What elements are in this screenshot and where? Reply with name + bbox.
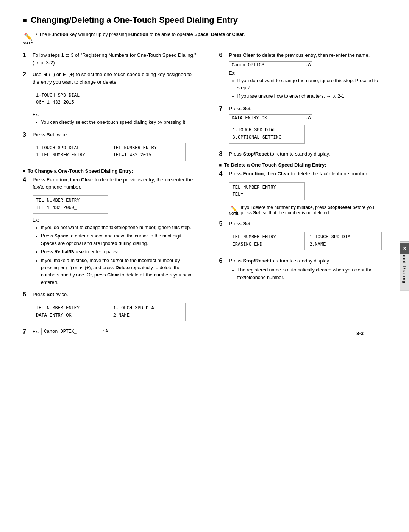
step-6-bullets: If you do not want to change the name, i… bbox=[229, 77, 386, 100]
step-7-ex: 7 Ex: Canon OPTIX_ : A bbox=[23, 328, 198, 335]
step-5-text: Press Set twice. bbox=[33, 291, 68, 298]
step-3: 3 Press Set twice. 1-TOUCH SPD DIAL 1.TE… bbox=[23, 131, 198, 164]
step-7-lcd2: 1-TOUCH SPD DIAL 3.OPTIONAL SETTING bbox=[229, 125, 305, 143]
step-2-bullets: You can directly select the one-touch sp… bbox=[33, 119, 198, 126]
step-6-lcd: Canon OPTICS bbox=[229, 61, 312, 69]
subheading-delete: To Delete a One-Touch Speed Dialing Entr… bbox=[219, 162, 386, 168]
bullet-item: Press Space to enter a space and move th… bbox=[41, 232, 198, 247]
step-2-num: 2 bbox=[23, 71, 30, 78]
step-2: 2 Use ◄ (–) or ► (+) to select the one-t… bbox=[23, 71, 198, 126]
ex-label: Ex: bbox=[229, 70, 236, 76]
step-6d-num: 6 bbox=[219, 257, 227, 264]
step-7-lcd1-label: : A bbox=[306, 115, 311, 120]
note-label: NOTE bbox=[23, 41, 33, 45]
step-5-delete: 5 Press Set. TEL NUMBER ENTRY ERASING EN… bbox=[219, 220, 386, 253]
step-7-lcd1-text: DATA ENTRY OK bbox=[232, 115, 267, 121]
note-text: • The Function key will light up by pres… bbox=[36, 32, 245, 37]
page-number: 3-3 bbox=[356, 331, 364, 336]
step-6-delete: 6 Press Stop/Reset to return to standby … bbox=[219, 257, 386, 281]
step-6d-text: Press Stop/Reset to return to standby di… bbox=[229, 257, 330, 265]
step-6-text: Press Clear to delete the previous entry… bbox=[229, 51, 370, 59]
step-8-text: Press Stop/Reset to return to standby di… bbox=[229, 150, 330, 158]
step-4d-text: Press Function, then Clear to delete the… bbox=[229, 170, 368, 178]
step-7-num: 7 bbox=[219, 105, 227, 112]
bullet-item: You can directly select the one-touch sp… bbox=[41, 119, 198, 126]
step-4-delete: 4 Press Function, then Clear to delete t… bbox=[219, 170, 386, 215]
left-column: 1 Follow steps 1 to 3 of "Registering Nu… bbox=[23, 51, 198, 340]
step-5d-lcd1: TEL NUMBER ENTRY ERASING END bbox=[229, 232, 305, 250]
step-5d-lcd2: 1-TOUCH SPD DIAL 2.NAME bbox=[306, 232, 382, 250]
step-5: 5 Press Set twice. TEL NUMBER ENTRY DATA… bbox=[23, 291, 198, 323]
step-8-num: 8 bbox=[219, 150, 227, 158]
step-7-right-label: : A bbox=[103, 329, 108, 333]
step-6-ex-text: Canon OPTICS bbox=[232, 62, 264, 68]
step-7-lcd1: DATA ENTRY OK bbox=[229, 114, 312, 122]
step-1-num: 1 bbox=[23, 51, 30, 59]
step-4c-num: 4 bbox=[23, 176, 30, 183]
step-6-ex-label: Ex: bbox=[229, 70, 386, 76]
step-4-change: 4 Press Function, then Clear to delete t… bbox=[23, 176, 198, 286]
step-7-text: Press Set. bbox=[229, 105, 252, 112]
tab-num-text: 3 bbox=[403, 246, 406, 251]
step-4d-note: ✏️ NOTE If you delete the number by mist… bbox=[229, 205, 386, 215]
bullet-item: Press Redial/Pause to enter a pause. bbox=[41, 248, 198, 256]
step-2-lcd: 1-TOUCH SPD DIAL 06= 1 432 2015 bbox=[33, 90, 108, 108]
step-5d-text: Press Set. bbox=[229, 220, 252, 228]
pencil-icon-sm: ✏️ bbox=[231, 206, 237, 212]
bullet-item: If you are unsure how to enter character… bbox=[237, 93, 386, 100]
step-6-right-label: : A bbox=[306, 62, 311, 67]
page-num-text: 3-3 bbox=[356, 331, 364, 336]
step-2-ex: Ex: bbox=[33, 112, 198, 117]
step-1-text: Follow steps 1 to 3 of "Registering Numb… bbox=[33, 51, 198, 66]
step-4d-num: 4 bbox=[219, 170, 227, 177]
step-3-lcd2: TEL NUMBER ENTRY TEL=1 432 2015_ bbox=[110, 143, 186, 161]
tab-number: 3 bbox=[400, 243, 409, 254]
step-3-text: Press Set twice. bbox=[33, 131, 68, 139]
step-4c-lcd-wrapper: TEL NUMBER ENTRY TEL=1 432 2060_ bbox=[33, 193, 108, 216]
step-5-num: 5 bbox=[23, 291, 30, 298]
step-5d-num: 5 bbox=[219, 220, 227, 227]
note-lbl: NOTE bbox=[229, 212, 239, 215]
step-4d-note-text: If you delete the number by mistake, pre… bbox=[241, 205, 386, 215]
subheading-change: To Change a One-Touch Speed Dialing Entr… bbox=[23, 168, 198, 174]
step-6d-bullets: The registered name is automatically cle… bbox=[229, 267, 386, 281]
step-3-lcd1: 1-TOUCH SPD DIAL 1.TEL NUMBER ENTRY bbox=[33, 143, 108, 161]
step-2-text: Use ◄ (–) or ► (+) to select the one-tou… bbox=[33, 71, 198, 86]
step-4c-bullets: If you do not want to change the fax/tel… bbox=[33, 224, 198, 286]
step-7-ex-lcd: Canon OPTIX_ bbox=[41, 328, 109, 335]
main-content: 1 Follow steps 1 to 3 of "Registering Nu… bbox=[23, 51, 386, 340]
step-6: 6 Press Clear to delete the previous ent… bbox=[219, 51, 386, 100]
step-5-lcd2: 1-TOUCH SPD DIAL 2.NAME bbox=[110, 303, 186, 321]
step-7-ex-label: Ex: bbox=[33, 329, 39, 334]
title-text: Changing/Deleting a One-Touch Speed Dial… bbox=[31, 15, 238, 25]
bullet-item: If you do not want to change the fax/tel… bbox=[41, 224, 198, 231]
step-7-ex-num: 7 bbox=[23, 328, 30, 335]
subheading-delete-text: To Delete a One-Touch Speed Dialing Entr… bbox=[224, 162, 326, 168]
step-5-lcd1: TEL NUMBER ENTRY DATA ENTRY OK bbox=[33, 303, 108, 321]
pencil-icon: ✏️ bbox=[24, 33, 32, 41]
step-7: 7 Press Set. DATA ENTRY OK : A 1-TOUCH S… bbox=[219, 105, 386, 146]
step-4c-text: Press Function, then Clear to delete the… bbox=[33, 176, 198, 191]
bullet-item: If you make a mistake, move the cursor t… bbox=[41, 257, 198, 287]
step-4d-lcd: TEL NUMBER ENTRY TEL= bbox=[229, 182, 305, 200]
bullet-item: The registered name is automatically cle… bbox=[237, 267, 386, 281]
step-7-ex-text: Canon OPTIX_ bbox=[44, 329, 76, 334]
page-title: Changing/Deleting a One-Touch Speed Dial… bbox=[23, 15, 386, 25]
step-4c-lcd: TEL NUMBER ENTRY TEL=1 432 2060_ bbox=[33, 195, 108, 214]
step-4c-ex: Ex: bbox=[33, 217, 198, 223]
step-8: 8 Press Stop/Reset to return to standby … bbox=[219, 150, 386, 158]
step-3-num: 3 bbox=[23, 131, 30, 138]
bullet-item: If you do not want to change the name, i… bbox=[237, 77, 386, 92]
subheading-change-text: To Change a One-Touch Speed Dialing Entr… bbox=[28, 168, 133, 174]
note-icon: ✏️ NOTE bbox=[23, 33, 33, 45]
step-1: 1 Follow steps 1 to 3 of "Registering Nu… bbox=[23, 51, 198, 66]
step-6-num: 6 bbox=[219, 51, 227, 59]
right-column: 6 Press Clear to delete the previous ent… bbox=[210, 51, 386, 340]
note-box: ✏️ NOTE • The Function key will light up… bbox=[23, 32, 386, 45]
